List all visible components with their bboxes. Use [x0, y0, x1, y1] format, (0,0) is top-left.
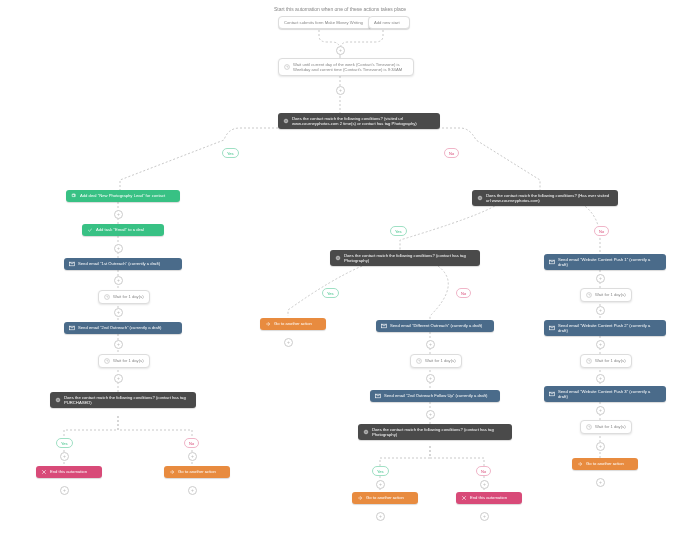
task-icon — [87, 227, 93, 233]
clock-icon — [586, 292, 592, 298]
goto-icon — [577, 461, 583, 467]
wait-1d-r2[interactable]: Wait for 1 day(s) — [580, 354, 632, 368]
end-automation-left[interactable]: End this automation — [36, 466, 102, 478]
add-step-icon[interactable]: + — [376, 512, 385, 521]
add-step-icon[interactable]: + — [188, 452, 197, 461]
condition-tag-mid[interactable]: Does the contact match the following con… — [330, 250, 480, 266]
condition-root[interactable]: Does the contact match the following con… — [278, 113, 440, 129]
email-push-3[interactable]: Send email "Website Content Push 3" (cur… — [544, 386, 666, 402]
add-step-icon[interactable]: + — [114, 244, 123, 253]
email-1st-outreach[interactable]: Send email "1st Outreach" (currently a d… — [64, 258, 182, 270]
add-step-icon[interactable]: + — [114, 210, 123, 219]
add-step-icon[interactable]: + — [114, 374, 123, 383]
clock-icon — [416, 358, 422, 364]
add-step-icon[interactable]: + — [284, 338, 293, 347]
condition-icon — [283, 118, 289, 124]
add-step-icon[interactable]: + — [114, 276, 123, 285]
branch-no: No — [476, 466, 491, 476]
add-step-icon[interactable]: + — [426, 410, 435, 419]
goto-mid2-yes[interactable]: Go to another action — [352, 492, 418, 504]
email-icon — [375, 393, 381, 399]
add-step-icon[interactable]: + — [188, 486, 197, 495]
clock-icon — [586, 358, 592, 364]
deal-icon — [71, 193, 77, 199]
add-step-icon[interactable]: + — [596, 442, 605, 451]
branch-yes: Yes — [372, 466, 389, 476]
email-push-2[interactable]: Send email "Website Content Push 2" (cur… — [544, 320, 666, 336]
branch-yes: Yes — [56, 438, 73, 448]
add-step-icon[interactable]: + — [596, 406, 605, 415]
action-add-task[interactable]: Add task "Email" to a deal — [82, 224, 164, 236]
condition-icon — [363, 429, 369, 435]
end-automation-mid[interactable]: End this automation — [456, 492, 522, 504]
add-step-icon[interactable]: + — [596, 374, 605, 383]
branch-no: No — [444, 148, 459, 158]
add-step-icon[interactable]: + — [480, 480, 489, 489]
branch-no: No — [456, 288, 471, 298]
clock-icon — [104, 294, 110, 300]
goto-left[interactable]: Go to another action — [164, 466, 230, 478]
condition-purchased[interactable]: Does the contact match the following con… — [50, 392, 196, 408]
start-label: Start this automation when one of these … — [0, 6, 680, 12]
email-different-outreach[interactable]: Send email "Different Outreach" (current… — [376, 320, 494, 332]
add-step-icon[interactable]: + — [336, 46, 345, 55]
end-icon — [461, 495, 467, 501]
email-icon — [549, 391, 555, 397]
email-icon — [69, 261, 75, 267]
clock-icon — [104, 358, 110, 364]
goto-icon — [357, 495, 363, 501]
email-icon — [549, 325, 555, 331]
condition-icon — [335, 255, 341, 261]
clock-icon — [586, 424, 592, 430]
wait-1d-r3[interactable]: Wait for 1 day(s) — [580, 420, 632, 434]
email-2nd-outreach[interactable]: Send email "2nd Outreach" (currently a d… — [64, 322, 182, 334]
action-add-deal[interactable]: Add deal "New Photography Lead" for cont… — [66, 190, 180, 202]
wait-1d-a[interactable]: Wait for 1 day(s) — [98, 290, 150, 304]
add-step-icon[interactable]: + — [336, 86, 345, 95]
add-step-icon[interactable]: + — [596, 478, 605, 487]
condition-icon — [55, 397, 61, 403]
condition-icon — [477, 195, 483, 201]
add-step-icon[interactable]: + — [480, 512, 489, 521]
goto-icon — [265, 321, 271, 327]
email-icon — [69, 325, 75, 331]
email-2nd-followup[interactable]: Send email "2nd Outreach Follow Up" (cur… — [370, 390, 500, 402]
add-step-icon[interactable]: + — [114, 308, 123, 317]
wait-1d-mid[interactable]: Wait for 1 day(s) — [410, 354, 462, 368]
email-icon — [381, 323, 387, 329]
trigger-form-submit[interactable]: Contact submits form Make Money Writing — [278, 16, 372, 29]
branch-yes: Yes — [222, 148, 239, 158]
goto-mid-yes[interactable]: Go to another action — [260, 318, 326, 330]
branch-yes: Yes — [322, 288, 339, 298]
wait-schedule[interactable]: Wait until current day of the week (Cont… — [278, 58, 414, 76]
email-push-1[interactable]: Send email "Website Content Push 1" (cur… — [544, 254, 666, 270]
wait-1d-b[interactable]: Wait for 1 day(s) — [98, 354, 150, 368]
add-step-icon[interactable]: + — [60, 452, 69, 461]
goto-icon — [169, 469, 175, 475]
add-step-icon[interactable]: + — [596, 274, 605, 283]
branch-yes: Yes — [390, 226, 407, 236]
add-step-icon[interactable]: + — [114, 340, 123, 349]
add-step-icon[interactable]: + — [60, 486, 69, 495]
trigger-add-new[interactable]: Add new start — [368, 16, 410, 29]
add-step-icon[interactable]: + — [596, 306, 605, 315]
automation-canvas[interactable]: .d{stroke:#c9c9c9;stroke-width:1;stroke-… — [0, 0, 680, 533]
end-icon — [41, 469, 47, 475]
clock-icon — [284, 64, 290, 70]
add-step-icon[interactable]: + — [596, 340, 605, 349]
condition-visited[interactable]: Does the contact match the following con… — [472, 190, 618, 206]
branch-no: No — [184, 438, 199, 448]
goto-right[interactable]: Go to another action — [572, 458, 638, 470]
add-step-icon[interactable]: + — [426, 340, 435, 349]
wait-1d-r1[interactable]: Wait for 1 day(s) — [580, 288, 632, 302]
add-step-icon[interactable]: + — [426, 374, 435, 383]
add-step-icon[interactable]: + — [376, 480, 385, 489]
email-icon — [549, 259, 555, 265]
branch-no: No — [594, 226, 609, 236]
condition-tag-mid2[interactable]: Does the contact match the following con… — [358, 424, 512, 440]
